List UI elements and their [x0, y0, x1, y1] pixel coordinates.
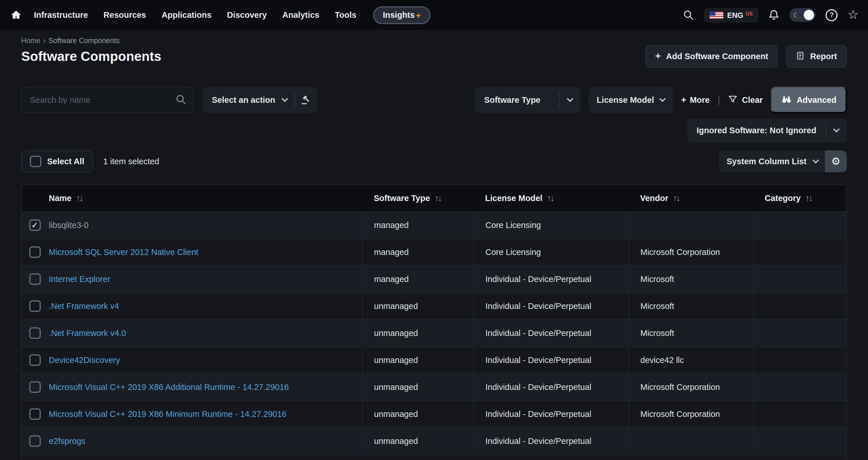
row-checkbox[interactable] — [29, 435, 40, 447]
home-icon[interactable] — [10, 9, 22, 21]
breadcrumb: Home › Software Components — [21, 37, 161, 45]
search-input-icon[interactable] — [175, 94, 187, 108]
nav-item-applications[interactable]: Applications — [162, 10, 212, 20]
license-model-dropdown[interactable]: License Model — [589, 87, 673, 113]
row-software-type: managed — [362, 211, 474, 238]
nav-item-discovery[interactable]: Discovery — [227, 10, 267, 20]
column-header-vendor[interactable]: Vendor↑↓ — [629, 185, 753, 211]
row-checkbox-cell — [22, 400, 48, 427]
row-checkbox[interactable] — [29, 273, 40, 284]
row-checkbox-cell — [22, 292, 48, 319]
row-checkbox-cell — [22, 427, 48, 454]
breadcrumb-home-link[interactable]: Home — [21, 37, 40, 45]
row-name-link[interactable]: e2fsprogs — [49, 436, 85, 446]
row-license-model: Individual - Device/Perpetual — [474, 427, 629, 454]
nav-item-analytics[interactable]: Analytics — [282, 10, 319, 20]
nav-item-infrastructure[interactable]: Infrastructure — [34, 10, 88, 20]
row-name-link[interactable]: Microsoft Visual C++ 2019 X86 Additional… — [49, 382, 289, 391]
report-button-label: Report — [810, 52, 837, 61]
language-region: US — [746, 11, 753, 17]
add-software-component-button[interactable]: + Add Software Component — [646, 45, 778, 68]
sort-icon[interactable]: ↑↓ — [805, 193, 812, 203]
row-checkbox[interactable] — [29, 300, 40, 311]
action-dropdown[interactable]: Select an action — [203, 87, 317, 113]
row-name-link[interactable]: .Net Framework v4 — [49, 301, 119, 310]
column-settings-gear-button[interactable]: ⚙ — [825, 150, 847, 172]
sort-icon[interactable]: ↑↓ — [76, 193, 82, 203]
row-category — [753, 319, 847, 346]
row-checkbox[interactable] — [29, 381, 40, 393]
table-row: .Net Framework v4.0 unmanaged Individual… — [22, 319, 847, 346]
row-license-model: Core Licensing — [474, 238, 629, 265]
software-components-table: Name↑↓ Software Type↑↓ License Model↑↓ V… — [21, 184, 847, 460]
report-button[interactable]: Report — [786, 45, 847, 68]
row-name-cell: libsqlite3-0 — [48, 211, 362, 238]
clear-filters-button[interactable]: Clear — [728, 94, 763, 106]
ignored-software-dropdown[interactable]: Ignored Software: Not Ignored — [687, 118, 847, 143]
row-checkbox[interactable] — [29, 408, 40, 420]
column-header-software-type[interactable]: Software Type↑↓ — [362, 185, 474, 211]
bell-icon[interactable] — [768, 9, 780, 21]
row-software-type: unmanaged — [362, 427, 474, 454]
row-checkbox[interactable] — [29, 327, 40, 339]
row-vendor: Microsoft Corporation — [629, 373, 753, 400]
more-filters-button[interactable]: + More — [681, 95, 710, 105]
row-checkbox-cell: ✓ — [22, 211, 48, 238]
favorites-star-icon[interactable]: ☆ — [848, 9, 859, 21]
nav-right-cluster: ENG US ☾ ? ☆ — [682, 8, 859, 22]
sort-icon[interactable]: ↑↓ — [435, 193, 441, 203]
search-input[interactable] — [21, 87, 193, 113]
select-all-checkbox[interactable] — [30, 156, 41, 167]
nav-item-resources[interactable]: Resources — [104, 10, 146, 20]
toolbar-divider: | — [718, 95, 720, 105]
table-row: Microsoft SQL Server 2012 Native Client … — [22, 238, 847, 265]
ignored-software-row: Ignored Software: Not Ignored — [21, 118, 847, 143]
row-vendor: Microsoft — [629, 319, 753, 346]
column-header-category[interactable]: Category↑↓ — [753, 185, 847, 211]
row-checkbox[interactable] — [29, 246, 40, 257]
sort-icon[interactable]: ↑↓ — [673, 193, 679, 203]
language-selector[interactable]: ENG US — [704, 8, 758, 22]
title-block: Home › Software Components Software Comp… — [21, 37, 161, 68]
row-software-type: managed — [362, 265, 474, 292]
select-all-button[interactable]: Select All — [21, 150, 93, 172]
run-action-gavel-icon[interactable] — [296, 87, 317, 113]
table-row: ✓ libsqlite3-0 managed Core Licensing — [22, 211, 847, 238]
row-name-link[interactable]: Microsoft SQL Server 2012 Native Client — [49, 247, 198, 256]
breadcrumb-separator: › — [43, 37, 45, 45]
column-header-license-model[interactable]: License Model↑↓ — [474, 185, 629, 211]
chevron-down-icon — [275, 87, 295, 113]
row-name-cell: Device42Discovery — [48, 346, 362, 373]
advanced-search-button[interactable]: Advanced — [771, 87, 847, 113]
theme-toggle[interactable]: ☾ — [789, 8, 816, 22]
row-software-type: managed — [362, 238, 474, 265]
sort-icon[interactable]: ↑↓ — [547, 193, 553, 203]
software-type-dropdown[interactable]: Software Type — [475, 87, 581, 113]
row-checkbox-cell — [22, 238, 48, 265]
row-name-link[interactable]: Internet Explorer — [49, 274, 110, 283]
row-checkbox-cell — [22, 373, 48, 400]
column-list-dropdown[interactable]: System Column List — [718, 150, 825, 172]
row-name-link[interactable]: Microsoft Visual C++ 2019 X86 Minimum Ru… — [49, 409, 286, 418]
search-icon[interactable] — [682, 9, 694, 21]
row-checkbox[interactable]: ✓ — [29, 219, 40, 231]
table-row: Internet Explorer managed Individual - D… — [22, 265, 847, 292]
column-header-name[interactable]: Name↑↓ — [48, 185, 362, 211]
row-name-link[interactable]: Device42Discovery — [49, 355, 120, 364]
column-header-name-label: Name — [49, 194, 71, 203]
row-name-link[interactable]: libsqlite3-0 — [49, 220, 89, 229]
nav-item-insights[interactable]: Insights + — [373, 6, 431, 24]
column-header-vendor-label: Vendor — [640, 194, 668, 203]
nav-item-tools[interactable]: Tools — [335, 10, 356, 20]
page-header: Home › Software Components Software Comp… — [21, 37, 847, 68]
gear-icon: ⚙ — [831, 155, 840, 168]
ignored-software-dropdown-label: Ignored Software: Not Ignored — [687, 126, 826, 135]
row-vendor: Microsoft — [629, 292, 753, 319]
row-category — [753, 265, 847, 292]
row-checkbox-cell — [22, 346, 48, 373]
language-code: ENG — [727, 11, 743, 19]
row-checkbox[interactable] — [29, 354, 40, 366]
filter-toolbar: Select an action Software Type License M… — [21, 87, 847, 113]
help-icon[interactable]: ? — [826, 9, 838, 21]
row-name-link[interactable]: .Net Framework v4.0 — [49, 328, 126, 337]
